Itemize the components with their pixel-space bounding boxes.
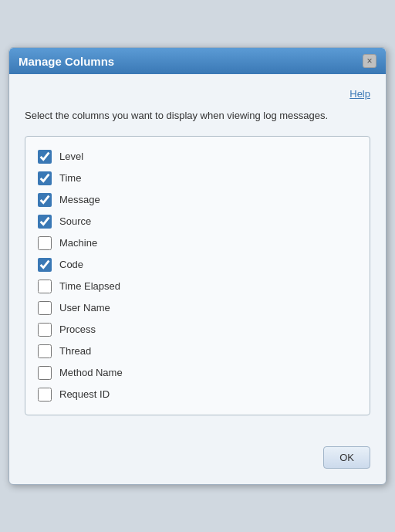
column-label-request-id[interactable]: Request ID xyxy=(59,388,110,400)
checkbox-input-code[interactable] xyxy=(38,258,52,272)
checkbox-code[interactable] xyxy=(38,258,52,272)
column-label-process[interactable]: Process xyxy=(59,324,96,335)
checkbox-process[interactable] xyxy=(38,323,52,337)
checkbox-input-request-id[interactable] xyxy=(38,388,52,402)
checkbox-input-time[interactable] xyxy=(38,171,52,185)
checkbox-input-source[interactable] xyxy=(38,215,52,229)
checkbox-input-user-name[interactable] xyxy=(38,301,52,315)
checkbox-level[interactable] xyxy=(38,150,52,164)
checkbox-input-message[interactable] xyxy=(38,193,52,207)
list-item: Process xyxy=(38,319,357,341)
list-item: Time Elapsed xyxy=(38,276,357,297)
columns-list: LevelTimeMessageSourceMachineCodeTime El… xyxy=(25,136,370,415)
checkbox-request-id[interactable] xyxy=(38,388,52,402)
list-item: Level xyxy=(38,146,357,168)
dialog-body: Help Select the columns you want to disp… xyxy=(9,74,386,446)
list-item: Source xyxy=(38,211,357,232)
checkbox-user-name[interactable] xyxy=(38,301,52,315)
column-label-message[interactable]: Message xyxy=(59,194,100,205)
help-link[interactable]: Help xyxy=(349,88,370,100)
column-label-time-elapsed[interactable]: Time Elapsed xyxy=(59,280,120,292)
list-item: Time xyxy=(38,168,357,189)
list-item: Machine xyxy=(38,232,357,254)
list-item: Method Name xyxy=(38,362,357,384)
checkbox-input-machine[interactable] xyxy=(38,236,52,250)
checkbox-input-process[interactable] xyxy=(38,323,52,337)
title-bar: Manage Columns × xyxy=(9,48,386,74)
manage-columns-dialog: Manage Columns × Help Select the columns… xyxy=(8,47,387,485)
column-label-time[interactable]: Time xyxy=(59,172,81,184)
checkbox-input-level[interactable] xyxy=(38,150,52,164)
ok-button[interactable]: OK xyxy=(323,446,370,469)
checkbox-time-elapsed[interactable] xyxy=(38,280,52,293)
list-item: Thread xyxy=(38,341,357,362)
column-label-machine[interactable]: Machine xyxy=(59,237,97,249)
list-item: Code xyxy=(38,254,357,276)
checkbox-message[interactable] xyxy=(38,193,52,207)
checkbox-input-time-elapsed[interactable] xyxy=(38,280,52,293)
list-item: Message xyxy=(38,189,357,211)
column-label-code[interactable]: Code xyxy=(59,259,83,270)
checkbox-source[interactable] xyxy=(38,215,52,229)
column-label-method-name[interactable]: Method Name xyxy=(59,367,123,378)
column-label-level[interactable]: Level xyxy=(59,151,83,162)
checkbox-method-name[interactable] xyxy=(38,366,52,380)
help-link-row: Help xyxy=(25,86,370,100)
list-item: Request ID xyxy=(38,384,357,405)
checkbox-thread[interactable] xyxy=(38,344,52,358)
column-label-user-name[interactable]: User Name xyxy=(59,302,110,313)
close-button[interactable]: × xyxy=(363,54,376,68)
list-item: User Name xyxy=(38,297,357,319)
column-label-thread[interactable]: Thread xyxy=(59,345,91,357)
dialog-title: Manage Columns xyxy=(19,55,114,68)
description-text: Select the columns you want to display w… xyxy=(25,108,370,124)
checkbox-machine[interactable] xyxy=(38,236,52,250)
checkbox-input-method-name[interactable] xyxy=(38,366,52,380)
checkbox-time[interactable] xyxy=(38,171,52,185)
dialog-footer: OK xyxy=(9,446,386,484)
checkbox-input-thread[interactable] xyxy=(38,344,52,358)
column-label-source[interactable]: Source xyxy=(59,215,91,227)
